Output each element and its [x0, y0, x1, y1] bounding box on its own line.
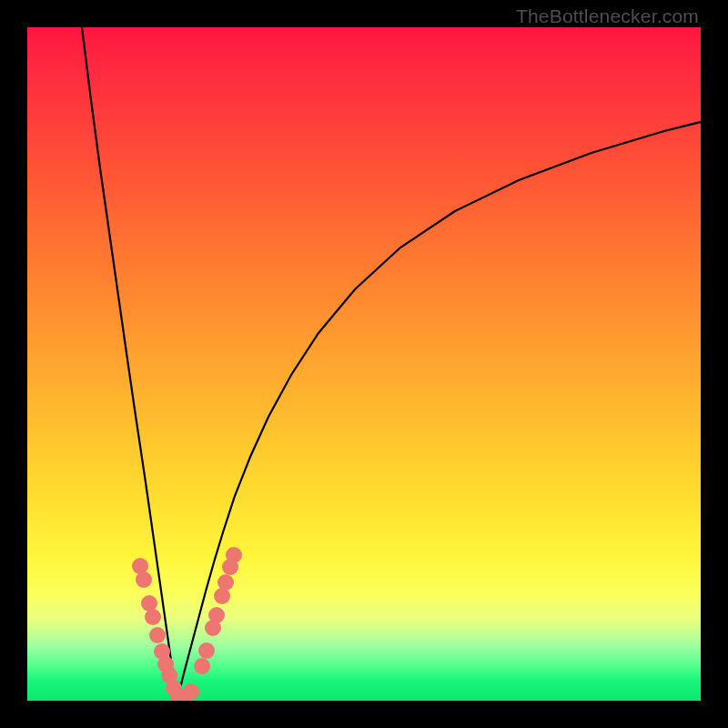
plot-area: [27, 27, 701, 701]
data-marker: [149, 627, 166, 643]
marker-cluster: [132, 547, 242, 701]
data-marker: [198, 642, 215, 659]
data-marker: [183, 683, 199, 700]
curve-layer: [27, 27, 701, 701]
data-marker: [194, 658, 210, 674]
chart-frame: TheBottlenecker.com: [0, 0, 728, 728]
curve-right-branch: [177, 122, 701, 699]
watermark-text: TheBottlenecker.com: [516, 5, 699, 27]
data-marker: [145, 609, 161, 625]
data-marker: [136, 571, 152, 588]
data-marker: [208, 607, 225, 623]
curve-left-branch: [82, 27, 177, 699]
data-marker: [226, 547, 242, 563]
data-marker: [217, 574, 234, 591]
